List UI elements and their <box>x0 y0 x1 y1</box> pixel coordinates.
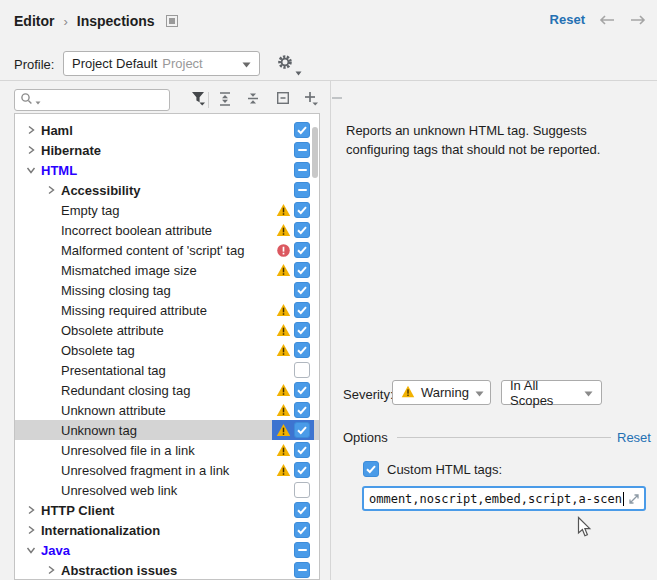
tree-row[interactable]: Missing closing tag <box>15 280 319 300</box>
breadcrumb: Editor › Inspections <box>14 13 178 29</box>
back-arrow-icon[interactable] <box>598 14 616 26</box>
chevron-icon[interactable] <box>23 502 39 518</box>
chevron-icon[interactable] <box>43 322 59 338</box>
tree-row[interactable]: Malformed content of 'script' tag <box>15 240 319 260</box>
inspection-checkbox[interactable] <box>294 522 310 538</box>
options-heading: Options <box>343 430 388 445</box>
forward-arrow-icon[interactable] <box>629 14 647 26</box>
severity-icon <box>275 242 291 258</box>
scope-dropdown[interactable]: In All Scopes <box>501 380 602 405</box>
inspection-checkbox[interactable] <box>294 342 310 358</box>
inspection-checkbox[interactable] <box>294 382 310 398</box>
chevron-icon[interactable] <box>23 542 39 558</box>
chevron-icon[interactable] <box>43 482 59 498</box>
tree-row[interactable]: Empty tag <box>15 200 319 220</box>
chevron-icon[interactable] <box>43 442 59 458</box>
options-reset-link[interactable]: Reset <box>617 430 651 445</box>
box-minus-button[interactable] <box>273 90 293 110</box>
chevron-icon[interactable] <box>43 462 59 478</box>
tree-row[interactable]: HTML <box>15 160 319 180</box>
chevron-icon[interactable] <box>43 302 59 318</box>
inspection-checkbox[interactable] <box>294 242 310 258</box>
tree-row[interactable]: Incorrect boolean attribute <box>15 220 319 240</box>
chevron-icon[interactable] <box>43 342 59 358</box>
tree-row[interactable]: Internationalization <box>15 520 319 540</box>
inspection-checkbox[interactable] <box>294 282 310 298</box>
chevron-icon[interactable] <box>23 122 39 138</box>
inspection-checkbox[interactable] <box>294 262 310 278</box>
inspection-checkbox[interactable] <box>294 482 310 498</box>
inspection-checkbox[interactable] <box>294 222 310 238</box>
inspection-checkbox[interactable] <box>294 442 310 458</box>
chevron-icon[interactable] <box>43 182 59 198</box>
tree-row[interactable]: Accessibility <box>15 180 319 200</box>
inspection-checkbox[interactable] <box>294 322 310 338</box>
tree-row[interactable]: Presentational tag <box>15 360 319 380</box>
breadcrumb-editor[interactable]: Editor <box>14 13 54 29</box>
inspection-label: Accessibility <box>59 183 141 198</box>
add-inspection-button[interactable] <box>301 90 321 110</box>
search-input[interactable] <box>43 93 164 107</box>
tree-row[interactable]: Redundant closing tag <box>15 380 319 400</box>
inspection-checkbox[interactable] <box>294 542 310 558</box>
tree-row[interactable]: HTTP Client <box>15 500 319 520</box>
chevron-icon[interactable] <box>23 142 39 158</box>
inspection-label: Malformed content of 'script' tag <box>59 243 244 258</box>
collapse-all-button[interactable] <box>243 90 263 110</box>
search-box[interactable] <box>14 89 170 111</box>
tree-row[interactable]: Haml <box>15 120 319 140</box>
chevron-icon[interactable] <box>43 202 59 218</box>
inspection-checkbox[interactable] <box>294 422 310 438</box>
tree-row[interactable]: Unknown tag <box>15 420 319 440</box>
inspection-checkbox[interactable] <box>294 182 310 198</box>
severity-dropdown[interactable]: Warning <box>392 380 491 405</box>
inspection-checkbox[interactable] <box>294 362 310 378</box>
chevron-icon[interactable] <box>43 402 59 418</box>
inspection-checkbox[interactable] <box>294 122 310 138</box>
custom-tags-input[interactable]: omment,noscript,embed,script,a-scene <box>362 486 646 511</box>
inspection-checkbox[interactable] <box>294 162 310 178</box>
filter-button[interactable] <box>188 90 208 110</box>
reset-link[interactable]: Reset <box>550 12 585 27</box>
tree-row[interactable]: Unresolved fragment in a link <box>15 460 319 480</box>
tree-row[interactable]: Obsolete tag <box>15 340 319 360</box>
chevron-icon[interactable] <box>43 562 59 578</box>
inspection-checkbox[interactable] <box>294 302 310 318</box>
chevron-icon[interactable] <box>43 222 59 238</box>
inspection-label: Java <box>39 543 70 558</box>
tree-row[interactable]: Abstraction issues <box>15 560 319 580</box>
tree-row[interactable]: Java <box>15 540 319 560</box>
inspection-checkbox[interactable] <box>294 562 310 578</box>
tree-row[interactable]: Unresolved file in a link <box>15 440 319 460</box>
chevron-icon[interactable] <box>43 282 59 298</box>
chevron-icon[interactable] <box>43 382 59 398</box>
row-cells <box>272 560 314 580</box>
inspection-checkbox[interactable] <box>294 462 310 478</box>
tree-row[interactable]: Mismatched image size <box>15 260 319 280</box>
inspection-checkbox[interactable] <box>294 202 310 218</box>
tree-row[interactable]: Obsolete attribute <box>15 320 319 340</box>
tree-row[interactable]: Hibernate <box>15 140 319 160</box>
minus-icon <box>329 90 345 110</box>
expand-all-button[interactable] <box>215 90 235 110</box>
inspection-checkbox[interactable] <box>294 402 310 418</box>
chevron-icon[interactable] <box>43 262 59 278</box>
chevron-down-icon <box>35 91 41 109</box>
chevron-icon[interactable] <box>43 242 59 258</box>
expand-field-icon[interactable] <box>627 492 641 506</box>
tree-row[interactable]: Unresolved web link <box>15 480 319 500</box>
tree-row[interactable]: Unknown attribute <box>15 400 319 420</box>
custom-tags-checkbox[interactable] <box>363 461 379 477</box>
chevron-icon[interactable] <box>43 422 59 438</box>
row-cells <box>272 440 314 460</box>
inspection-checkbox[interactable] <box>294 142 310 158</box>
chevron-icon[interactable] <box>23 522 39 538</box>
chevron-icon[interactable] <box>43 362 59 378</box>
chevron-icon[interactable] <box>23 162 39 178</box>
breadcrumb-inspections[interactable]: Inspections <box>77 13 155 29</box>
profile-combobox[interactable]: Project Default Project <box>63 51 260 76</box>
profile-actions-button[interactable] <box>276 53 298 75</box>
inspection-checkbox[interactable] <box>294 502 310 518</box>
tree-row[interactable]: Missing required attribute <box>15 300 319 320</box>
tree-scrollbar[interactable] <box>312 127 318 178</box>
